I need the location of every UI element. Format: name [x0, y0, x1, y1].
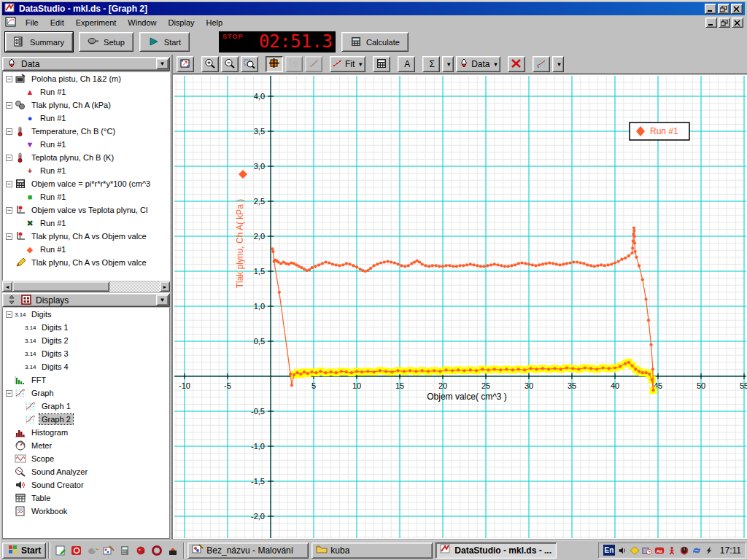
- data-item[interactable]: −Temperature, Ch B (°C): [3, 125, 169, 138]
- data-point[interactable]: [462, 264, 465, 267]
- data-point[interactable]: [596, 264, 599, 267]
- close-button[interactable]: [731, 4, 743, 14]
- run-item-label[interactable]: Run #1: [38, 87, 68, 97]
- data-point[interactable]: [427, 370, 430, 373]
- data-point[interactable]: [379, 369, 382, 372]
- run-item-label[interactable]: Run #1: [38, 192, 68, 202]
- run-item-label[interactable]: Run #1: [38, 218, 68, 228]
- data-point[interactable]: [455, 265, 458, 268]
- language-indicator[interactable]: En: [603, 545, 615, 556]
- data-point[interactable]: [523, 368, 526, 371]
- data-point[interactable]: [475, 369, 478, 372]
- data-point[interactable]: [505, 368, 508, 370]
- data-point[interactable]: [293, 373, 295, 376]
- data-point[interactable]: [531, 263, 534, 266]
- scroll-right-button[interactable]: ►: [160, 281, 170, 292]
- zoom-out-button[interactable]: [221, 56, 239, 72]
- data-point[interactable]: [632, 229, 635, 232]
- data-point[interactable]: [290, 384, 293, 386]
- data-point[interactable]: [548, 261, 551, 264]
- calculate-button[interactable]: Calculate: [341, 32, 409, 52]
- data-point[interactable]: [624, 362, 627, 365]
- data-point[interactable]: [614, 366, 616, 369]
- run-item[interactable]: ▲Run #1: [13, 85, 169, 98]
- data-point[interactable]: [341, 263, 344, 266]
- data-point[interactable]: [619, 365, 622, 368]
- data-point[interactable]: [384, 370, 387, 373]
- display-item-label[interactable]: Sound Analyzer: [29, 467, 90, 477]
- data-point[interactable]: [397, 262, 400, 265]
- data-point[interactable]: [289, 373, 292, 376]
- data-point[interactable]: [330, 370, 333, 373]
- data-point[interactable]: [311, 370, 314, 373]
- scroll-left-button[interactable]: ◄: [2, 281, 12, 292]
- data-point[interactable]: [569, 261, 572, 264]
- display-item[interactable]: Sound Analyzer: [3, 465, 169, 478]
- minimize-button[interactable]: [705, 4, 716, 14]
- data-point[interactable]: [641, 371, 644, 374]
- data-point[interactable]: [608, 367, 611, 370]
- data-point[interactable]: [610, 262, 613, 265]
- data-point[interactable]: [314, 371, 317, 374]
- start-menu-button[interactable]: Start: [2, 542, 46, 559]
- data-point[interactable]: [632, 240, 635, 243]
- display-subitem-label[interactable]: Graph 2: [39, 414, 73, 424]
- data-item-label[interactable]: Objem valce = pi*r*r*y*100 (cm^3: [29, 179, 152, 189]
- data-point[interactable]: [445, 264, 448, 267]
- data-point[interactable]: [503, 265, 506, 268]
- data-point[interactable]: [648, 373, 651, 376]
- run-item[interactable]: ■Run #1: [13, 190, 169, 203]
- bolt-tray-icon[interactable]: [704, 545, 715, 556]
- display-subitem-selected[interactable]: Graph 2: [13, 413, 169, 426]
- display-item[interactable]: Sound Creator: [3, 478, 169, 491]
- data-point[interactable]: [529, 367, 532, 370]
- data-point[interactable]: [300, 266, 303, 269]
- display-item[interactable]: FFT: [3, 373, 169, 386]
- data-point[interactable]: [638, 370, 640, 373]
- data-point[interactable]: [489, 263, 492, 266]
- run-item-label[interactable]: Run #1: [38, 166, 68, 176]
- restore-button[interactable]: [718, 4, 729, 14]
- data-point[interactable]: [376, 262, 379, 265]
- data-point[interactable]: [499, 368, 502, 371]
- data-point[interactable]: [511, 368, 514, 371]
- data-point[interactable]: [476, 264, 479, 267]
- data-item[interactable]: −xObjem valce vs Teplota plynu, Cl: [3, 203, 169, 217]
- data-point[interactable]: [462, 369, 465, 372]
- display-item-label[interactable]: Sound Creator: [29, 480, 86, 490]
- run-item[interactable]: +Run #1: [13, 164, 169, 177]
- data-point[interactable]: [459, 264, 462, 267]
- opera-quicklaunch-icon[interactable]: [150, 544, 163, 557]
- display-item-label[interactable]: Table: [29, 493, 53, 503]
- run-item[interactable]: ●Run #1: [13, 112, 169, 125]
- data-point[interactable]: [617, 260, 620, 263]
- run-item-label[interactable]: Run #1: [38, 139, 68, 149]
- data-point[interactable]: [517, 368, 520, 370]
- data-point[interactable]: [314, 265, 317, 268]
- data-item[interactable]: −Poloha pistu, Ch 1&2 (m): [3, 72, 169, 85]
- data-item-label[interactable]: Objem valce vs Teplota plynu, Cl: [29, 205, 150, 215]
- scheduler-tray-icon[interactable]: [642, 545, 653, 556]
- data-point[interactable]: [369, 267, 372, 270]
- scrollbar-thumb[interactable]: [12, 281, 109, 292]
- data-point[interactable]: [538, 263, 541, 266]
- data-item-label[interactable]: Tlak plynu, Ch A (kPa): [29, 100, 113, 110]
- data-point[interactable]: [324, 371, 327, 374]
- graph-settings-button[interactable]: [533, 56, 550, 72]
- data-point[interactable]: [407, 264, 410, 267]
- data-point[interactable]: [614, 261, 616, 264]
- display-item-label[interactable]: FFT: [29, 375, 48, 385]
- collapse-toggle[interactable]: −: [6, 390, 12, 397]
- legend[interactable]: Run #1: [630, 122, 689, 140]
- menu-window[interactable]: Window: [122, 17, 162, 29]
- data-point[interactable]: [319, 370, 322, 373]
- data-point[interactable]: [311, 266, 314, 269]
- data-point[interactable]: [555, 262, 558, 265]
- display-item-label[interactable]: Workbook: [29, 506, 69, 516]
- data-point[interactable]: [601, 366, 604, 369]
- data-point[interactable]: [335, 371, 338, 374]
- data-point[interactable]: [486, 264, 489, 267]
- menu-file[interactable]: File: [20, 17, 44, 29]
- data-point[interactable]: [553, 367, 556, 370]
- data-point[interactable]: [524, 262, 527, 265]
